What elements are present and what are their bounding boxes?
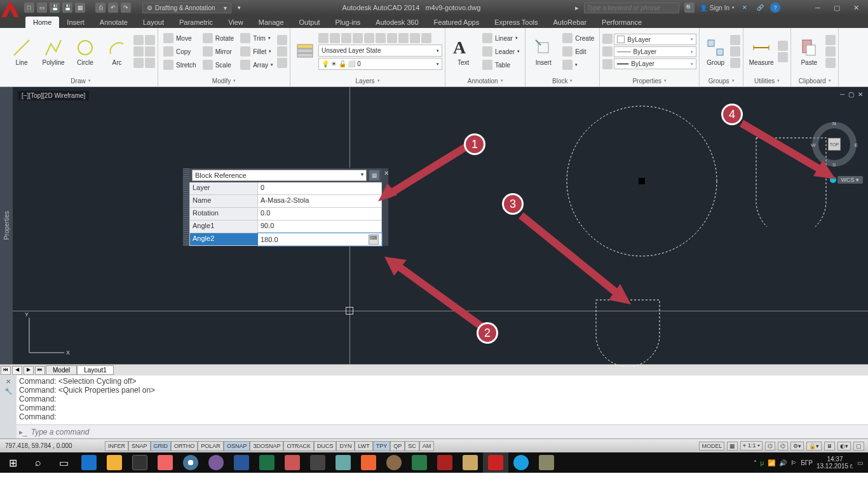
maximize-button[interactable]: ▢ (829, 2, 845, 13)
lineweight-dropdown[interactable]: ━━━ByLayer (614, 58, 696, 69)
sb-isolate-icon[interactable]: ◐▾ (837, 442, 851, 451)
help-icon[interactable]: ? (770, 3, 780, 13)
layout-first-icon[interactable]: ⏮ (1, 366, 11, 375)
tab-manage[interactable]: Manage (251, 17, 292, 28)
tb-skype-icon[interactable] (508, 452, 534, 473)
tb-vlc-icon[interactable] (356, 452, 381, 473)
properties-palette-tab[interactable]: Properties (0, 87, 13, 364)
layerlock-icon[interactable] (353, 33, 363, 43)
tb-taskview-icon[interactable]: ▭ (51, 452, 76, 473)
qp-row-layer[interactable]: Layer0 (189, 182, 382, 195)
new-icon[interactable]: □ (24, 3, 34, 13)
lw6-icon[interactable] (421, 33, 431, 43)
tab-home[interactable]: Home (25, 17, 59, 28)
sb-annoscale[interactable]: ⌖ 1:1 ▾ (740, 441, 763, 451)
leader-button[interactable]: Leader▾ (480, 45, 522, 58)
sb-toggle-infer[interactable]: INFER (105, 441, 128, 451)
tray-sound-icon[interactable]: 🔊 (779, 459, 787, 466)
editattr-button[interactable]: ▾ (560, 58, 597, 71)
tb-video-icon[interactable] (153, 452, 178, 473)
sb-toggle-dyn[interactable]: DYN (336, 441, 355, 451)
sb-toggle-ducs[interactable]: DUCS (314, 441, 337, 451)
open-icon[interactable]: ▭ (37, 3, 47, 13)
tab-view[interactable]: View (220, 17, 251, 28)
sb-cleanscreen-icon[interactable]: ▢ (853, 442, 864, 451)
arc-button[interactable]: Arc (102, 37, 132, 66)
measure-button[interactable]: Measure (746, 37, 776, 66)
search-icon[interactable]: 🔍 (684, 3, 695, 13)
sb-toggle-snap[interactable]: SNAP (128, 441, 151, 451)
tab-parametric[interactable]: Parametric (172, 17, 220, 28)
tray-utorrent-icon[interactable]: μ (761, 459, 764, 466)
more-draw-icon[interactable] (145, 35, 155, 45)
copyclip-icon[interactable] (825, 46, 836, 57)
tab-plug-ins[interactable]: Plug-ins (328, 17, 369, 28)
tb-chrome-icon[interactable] (178, 452, 203, 473)
linetype-dropdown[interactable]: ───ByLayer (614, 46, 696, 57)
tb-notes-icon[interactable] (330, 452, 356, 473)
tb-paint-icon[interactable] (381, 452, 407, 473)
sb-toggle-am[interactable]: AM (419, 441, 435, 451)
undo-icon[interactable]: ↶ (108, 3, 118, 13)
layerprops-button[interactable] (293, 41, 317, 62)
tab-layout1[interactable]: Layout1 (77, 365, 114, 375)
tab-output[interactable]: Output (292, 17, 328, 28)
cmd-grip[interactable]: ✕ 🔧 (0, 376, 17, 438)
qp-row-name[interactable]: NameA-Masa-2-Stola (189, 195, 382, 208)
panel-utilities[interactable]: Utilities (743, 75, 790, 86)
autocad-logo[interactable] (0, 0, 20, 20)
text-button[interactable]: AText (448, 37, 478, 66)
layer-state-dropdown[interactable]: Unsaved Layer State▾ (318, 44, 442, 57)
close-button[interactable]: ✕ (848, 2, 864, 13)
sb-grid-icon[interactable]: ▦ (727, 442, 738, 451)
lw1-icon[interactable] (364, 33, 374, 43)
tab-performance[interactable]: Performance (594, 17, 649, 28)
hatch2-icon[interactable] (145, 58, 155, 68)
array-button[interactable]: Array▾ (238, 58, 276, 71)
workspace-dropdown[interactable]: ⚙Drafting & Annotation▾ (142, 3, 231, 13)
copy-button[interactable]: Copy (161, 45, 199, 58)
tab-express-tools[interactable]: Express Tools (487, 17, 545, 28)
layerfreeze-icon[interactable] (318, 33, 329, 43)
vp-close-icon[interactable]: ✕ (858, 91, 863, 98)
lw5-icon[interactable] (410, 33, 420, 43)
sb-toggle-sc[interactable]: SC (405, 441, 419, 451)
spline-icon[interactable] (133, 46, 144, 57)
tb-autocad-icon[interactable] (483, 452, 508, 473)
insert-button[interactable]: Insert (528, 37, 559, 66)
qp-grip[interactable] (183, 168, 189, 246)
tb-project-icon[interactable] (407, 452, 432, 473)
sb-annotation-vis-icon[interactable]: ⌬ (765, 442, 775, 451)
color-dropdown[interactable]: ByLayer (614, 34, 696, 45)
dist-icon[interactable] (778, 41, 788, 51)
tb-filezilla-icon[interactable] (432, 452, 458, 473)
rect-icon[interactable] (133, 35, 144, 45)
drawing-canvas[interactable]: [−][Top][2D Wireframe] ─ ▢ ✕ TOP N E (13, 87, 868, 364)
tab-annotate[interactable]: Annotate (92, 17, 135, 28)
explode-icon[interactable] (277, 46, 287, 57)
layer-current-dropdown[interactable]: 💡 ☀ 🔓 ⬜ 0▾ (318, 58, 442, 70)
sb-toggle-osnap[interactable]: OSNAP (224, 441, 250, 451)
layout-next-icon[interactable]: ▶ (24, 366, 34, 375)
mirror-button[interactable]: Mirror (200, 45, 236, 58)
cut-icon[interactable] (825, 35, 836, 45)
sb-toggle-otrack[interactable]: OTRACK (283, 441, 314, 451)
tray-notifications-icon[interactable]: ▭ (857, 459, 863, 466)
tb-calc-icon[interactable] (305, 452, 330, 473)
quick-properties-panel[interactable]: Block Reference▾ ▦ Layer0NameA-Masa-2-St… (182, 168, 389, 247)
sb-toggle-qp[interactable]: QP (390, 441, 405, 451)
tb-word-icon[interactable] (229, 452, 254, 473)
edit-block-button[interactable]: Edit (560, 45, 597, 58)
qp-row-rotation[interactable]: Rotation0.0 (189, 208, 382, 220)
saveas-icon[interactable]: 💾 (62, 3, 72, 13)
tab-layout[interactable]: Layout (135, 17, 172, 28)
rotate-button[interactable]: Rotate (200, 32, 236, 44)
tab-model[interactable]: Model (46, 365, 77, 375)
panel-properties[interactable]: Properties (600, 75, 699, 86)
lw2-icon[interactable] (376, 33, 386, 43)
layeroff-icon[interactable] (330, 33, 340, 43)
tab-autorebar[interactable]: AutoRebar (545, 17, 594, 28)
tb-camtasia-icon[interactable] (458, 452, 483, 473)
scale-button[interactable]: Scale (200, 58, 236, 71)
sb-toggle-polar[interactable]: POLAR (198, 441, 224, 451)
